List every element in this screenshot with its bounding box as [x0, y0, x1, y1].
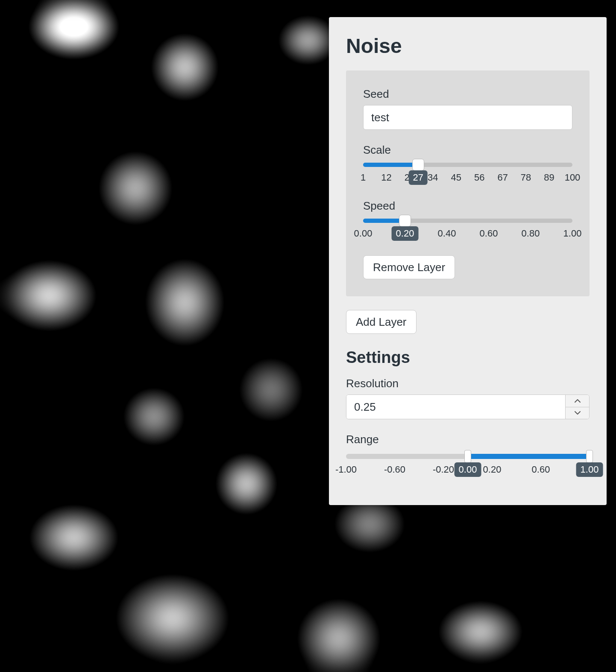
- range-field: Range -1.00-0.60-0.200.200.601.000.001.0…: [346, 433, 590, 479]
- range-low-bubble: 0.00: [455, 462, 481, 477]
- speed-field: Speed 0.000.200.400.600.801.000.20: [363, 199, 572, 242]
- scale-slider[interactable]: [363, 163, 572, 167]
- range-slider[interactable]: [346, 454, 590, 459]
- remove-layer-row: Remove Layer: [363, 255, 572, 279]
- range-tick: -0.20: [433, 464, 454, 475]
- settings-heading: Settings: [346, 348, 590, 367]
- scale-tick: 100: [565, 172, 581, 183]
- resolution-step-up[interactable]: [566, 395, 589, 407]
- range-high-bubble: 1.00: [576, 462, 603, 477]
- resolution-stepper[interactable]: [346, 394, 590, 419]
- scale-tick: 78: [521, 172, 531, 183]
- scale-tick: 56: [474, 172, 484, 183]
- scale-tick: 45: [451, 172, 461, 183]
- speed-tick: 0.00: [354, 228, 373, 239]
- scale-field: Scale 1122334455667788910027: [363, 143, 572, 186]
- speed-value-bubble: 0.20: [392, 226, 419, 241]
- seed-field: Seed: [363, 88, 572, 130]
- speed-label: Speed: [363, 199, 572, 213]
- resolution-label: Resolution: [346, 377, 590, 390]
- scale-slider-thumb[interactable]: [412, 159, 424, 171]
- add-layer-row: Add Layer: [346, 310, 590, 334]
- speed-tick: 0.80: [522, 228, 540, 239]
- noise-layer-card: Seed Scale 1122334455667788910027 Speed …: [346, 70, 590, 296]
- scale-tick: 67: [497, 172, 507, 183]
- scale-tick: 1: [361, 172, 366, 183]
- resolution-input[interactable]: [346, 395, 565, 419]
- range-slider-thumb-low[interactable]: [464, 450, 471, 463]
- scale-value-bubble: 27: [408, 170, 427, 185]
- seed-input[interactable]: [363, 105, 572, 130]
- range-label: Range: [346, 433, 590, 446]
- add-layer-button[interactable]: Add Layer: [346, 310, 417, 334]
- resolution-step-down[interactable]: [566, 407, 589, 419]
- resolution-field: Resolution: [346, 377, 590, 419]
- scale-tick: 12: [381, 172, 391, 183]
- speed-tick: 0.60: [480, 228, 498, 239]
- range-slider-thumb-high[interactable]: [586, 450, 593, 463]
- scale-tick: 89: [544, 172, 554, 183]
- seed-label: Seed: [363, 88, 572, 101]
- speed-slider[interactable]: [363, 219, 572, 223]
- noise-heading: Noise: [346, 34, 590, 58]
- speed-tick: 0.40: [438, 228, 456, 239]
- chevron-up-icon: [575, 399, 581, 403]
- scale-tick: 34: [428, 172, 438, 183]
- speed-slider-thumb[interactable]: [399, 215, 411, 227]
- range-tick: -0.60: [384, 464, 405, 475]
- controls-panel: Noise Seed Scale 1122334455667788910027 …: [329, 17, 607, 505]
- speed-tick: 1.00: [563, 228, 582, 239]
- chevron-down-icon: [575, 411, 581, 415]
- range-tick: 0.60: [532, 464, 550, 475]
- range-tick: -1.00: [335, 464, 357, 475]
- scale-label: Scale: [363, 143, 572, 157]
- range-tick: 0.20: [483, 464, 502, 475]
- remove-layer-button[interactable]: Remove Layer: [363, 255, 455, 279]
